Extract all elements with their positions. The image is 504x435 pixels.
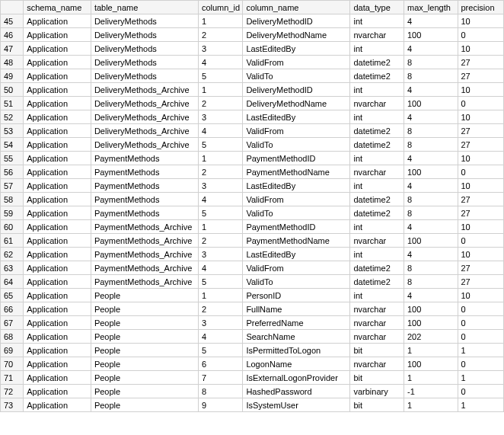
cell-column-id[interactable]: 4 bbox=[198, 330, 242, 344]
table-row[interactable]: 60ApplicationPaymentMethods_Archive1Paym… bbox=[1, 220, 504, 234]
cell-max-length[interactable]: 100 bbox=[404, 28, 458, 42]
cell-table-name[interactable]: PaymentMethods_Archive bbox=[91, 275, 198, 289]
cell-table-name[interactable]: PaymentMethods_Archive bbox=[91, 234, 198, 248]
cell-max-length[interactable]: 4 bbox=[404, 289, 458, 302]
cell-table-name[interactable]: DeliveryMethods bbox=[91, 28, 198, 42]
cell-data-type[interactable]: nvarchar bbox=[350, 28, 404, 42]
cell-max-length[interactable]: -1 bbox=[404, 385, 458, 398]
cell-column-id[interactable]: 1 bbox=[198, 220, 242, 234]
cell-column-name[interactable]: ValidFrom bbox=[243, 261, 350, 275]
table-row[interactable]: 63ApplicationPaymentMethods_Archive4Vali… bbox=[1, 261, 504, 275]
cell-column-name[interactable]: LastEditedBy bbox=[243, 110, 350, 124]
table-row[interactable]: 71ApplicationPeople7IsExternalLogonProvi… bbox=[1, 371, 504, 385]
table-row[interactable]: 53ApplicationDeliveryMethods_Archive4Val… bbox=[1, 124, 504, 138]
cell-rownum[interactable]: 57 bbox=[1, 179, 24, 193]
cell-column-id[interactable]: 3 bbox=[198, 179, 242, 193]
cell-precision[interactable]: 10 bbox=[458, 110, 504, 124]
cell-max-length[interactable]: 8 bbox=[404, 275, 458, 289]
cell-rownum[interactable]: 45 bbox=[1, 14, 24, 28]
cell-schema-name[interactable]: Application bbox=[24, 83, 91, 97]
table-row[interactable]: 46ApplicationDeliveryMethods2DeliveryMet… bbox=[1, 28, 504, 42]
cell-rownum[interactable]: 51 bbox=[1, 97, 24, 110]
cell-table-name[interactable]: PaymentMethods bbox=[91, 193, 198, 206]
cell-precision[interactable]: 0 bbox=[458, 385, 504, 398]
cell-max-length[interactable]: 8 bbox=[404, 56, 458, 69]
cell-rownum[interactable]: 48 bbox=[1, 56, 24, 69]
cell-schema-name[interactable]: Application bbox=[24, 97, 91, 110]
cell-column-id[interactable]: 5 bbox=[198, 138, 242, 152]
cell-schema-name[interactable]: Application bbox=[24, 42, 91, 56]
cell-precision[interactable]: 27 bbox=[458, 69, 504, 83]
cell-rownum[interactable]: 69 bbox=[1, 344, 24, 357]
cell-rownum[interactable]: 49 bbox=[1, 69, 24, 83]
cell-schema-name[interactable]: Application bbox=[24, 165, 91, 179]
cell-schema-name[interactable]: Application bbox=[24, 28, 91, 42]
cell-column-name[interactable]: PaymentMethodName bbox=[243, 234, 350, 248]
table-row[interactable]: 73ApplicationPeople9IsSystemUserbit11 bbox=[1, 398, 504, 412]
cell-schema-name[interactable]: Application bbox=[24, 289, 91, 302]
cell-table-name[interactable]: PaymentMethods bbox=[91, 152, 198, 165]
cell-data-type[interactable]: nvarchar bbox=[350, 330, 404, 344]
cell-data-type[interactable]: int bbox=[350, 152, 404, 165]
cell-data-type[interactable]: datetime2 bbox=[350, 124, 404, 138]
cell-column-id[interactable]: 1 bbox=[198, 83, 242, 97]
table-row[interactable]: 72ApplicationPeople8HashedPasswordvarbin… bbox=[1, 385, 504, 398]
cell-data-type[interactable]: datetime2 bbox=[350, 206, 404, 220]
cell-precision[interactable]: 0 bbox=[458, 28, 504, 42]
cell-rownum[interactable]: 47 bbox=[1, 42, 24, 56]
cell-column-id[interactable]: 1 bbox=[198, 289, 242, 302]
cell-precision[interactable]: 10 bbox=[458, 83, 504, 97]
cell-column-name[interactable]: PreferredName bbox=[243, 316, 350, 330]
cell-column-id[interactable]: 1 bbox=[198, 14, 242, 28]
cell-table-name[interactable]: DeliveryMethods_Archive bbox=[91, 97, 198, 110]
cell-column-name[interactable]: ValidFrom bbox=[243, 124, 350, 138]
cell-max-length[interactable]: 8 bbox=[404, 124, 458, 138]
cell-column-name[interactable]: LastEditedBy bbox=[243, 248, 350, 261]
cell-max-length[interactable]: 4 bbox=[404, 83, 458, 97]
table-row[interactable]: 56ApplicationPaymentMethods2PaymentMetho… bbox=[1, 165, 504, 179]
cell-table-name[interactable]: DeliveryMethods bbox=[91, 42, 198, 56]
cell-column-id[interactable]: 7 bbox=[198, 371, 242, 385]
cell-schema-name[interactable]: Application bbox=[24, 357, 91, 371]
header-table-name[interactable]: table_name bbox=[91, 1, 198, 14]
cell-max-length[interactable]: 1 bbox=[404, 344, 458, 357]
cell-precision[interactable]: 10 bbox=[458, 248, 504, 261]
cell-schema-name[interactable]: Application bbox=[24, 220, 91, 234]
cell-rownum[interactable]: 53 bbox=[1, 124, 24, 138]
cell-schema-name[interactable]: Application bbox=[24, 110, 91, 124]
cell-rownum[interactable]: 54 bbox=[1, 138, 24, 152]
cell-table-name[interactable]: People bbox=[91, 344, 198, 357]
cell-data-type[interactable]: nvarchar bbox=[350, 234, 404, 248]
cell-table-name[interactable]: People bbox=[91, 385, 198, 398]
cell-rownum[interactable]: 67 bbox=[1, 316, 24, 330]
cell-column-id[interactable]: 4 bbox=[198, 124, 242, 138]
cell-precision[interactable]: 27 bbox=[458, 206, 504, 220]
cell-data-type[interactable]: datetime2 bbox=[350, 69, 404, 83]
cell-data-type[interactable]: int bbox=[350, 179, 404, 193]
cell-max-length[interactable]: 1 bbox=[404, 371, 458, 385]
cell-column-id[interactable]: 8 bbox=[198, 385, 242, 398]
cell-max-length[interactable]: 4 bbox=[404, 152, 458, 165]
table-row[interactable]: 52ApplicationDeliveryMethods_Archive3Las… bbox=[1, 110, 504, 124]
cell-precision[interactable]: 0 bbox=[458, 316, 504, 330]
cell-column-id[interactable]: 3 bbox=[198, 248, 242, 261]
cell-column-id[interactable]: 4 bbox=[198, 193, 242, 206]
header-data-type[interactable]: data_type bbox=[350, 1, 404, 14]
table-row[interactable]: 45ApplicationDeliveryMethods1DeliveryMet… bbox=[1, 14, 504, 28]
header-column-name[interactable]: column_name bbox=[243, 1, 350, 14]
cell-rownum[interactable]: 59 bbox=[1, 206, 24, 220]
cell-data-type[interactable]: nvarchar bbox=[350, 165, 404, 179]
cell-column-name[interactable]: SearchName bbox=[243, 330, 350, 344]
cell-data-type[interactable]: datetime2 bbox=[350, 138, 404, 152]
cell-rownum[interactable]: 72 bbox=[1, 385, 24, 398]
cell-column-name[interactable]: ValidFrom bbox=[243, 56, 350, 69]
cell-data-type[interactable]: nvarchar bbox=[350, 97, 404, 110]
cell-column-id[interactable]: 2 bbox=[198, 97, 242, 110]
cell-precision[interactable]: 0 bbox=[458, 97, 504, 110]
cell-rownum[interactable]: 66 bbox=[1, 302, 24, 316]
header-rownum[interactable] bbox=[1, 1, 24, 14]
cell-column-name[interactable]: LogonName bbox=[243, 357, 350, 371]
table-row[interactable]: 58ApplicationPaymentMethods4ValidFromdat… bbox=[1, 193, 504, 206]
cell-max-length[interactable]: 100 bbox=[404, 302, 458, 316]
cell-data-type[interactable]: datetime2 bbox=[350, 56, 404, 69]
